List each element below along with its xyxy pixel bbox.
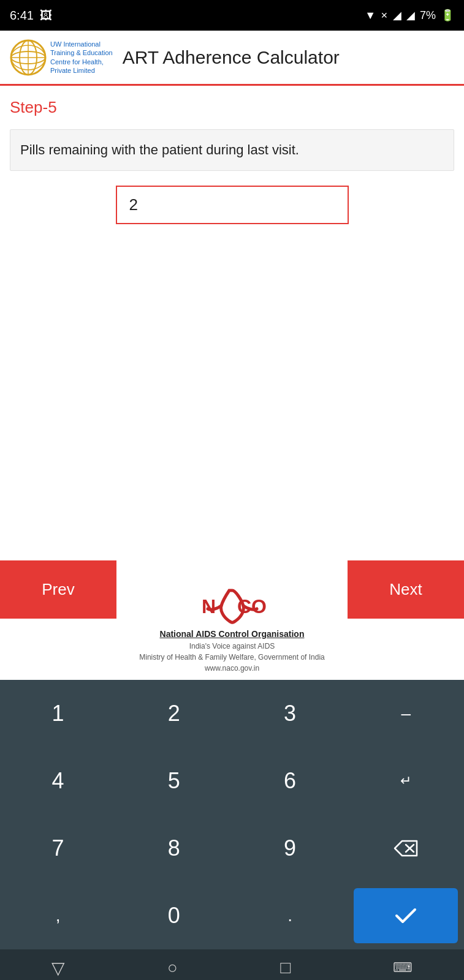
naco-section: N CO National AIDS Control Organisation … — [0, 575, 464, 686]
key-8[interactable]: 8 — [122, 821, 226, 876]
key-backspace[interactable] — [354, 821, 458, 876]
key-1[interactable]: 1 — [6, 686, 110, 741]
input-container — [10, 186, 454, 224]
wifi-icon: ▼ — [365, 9, 376, 22]
app-title: ART Adherence Calculator — [123, 47, 340, 68]
battery-text: 7% — [420, 9, 436, 22]
back-nav-icon[interactable]: ▽ — [51, 958, 65, 978]
logo-wrapper: UW International Training & Education Ce… — [10, 39, 113, 76]
key-enter[interactable]: ↵ — [354, 753, 458, 809]
key-7[interactable]: 7 — [6, 821, 110, 876]
key-2[interactable]: 2 — [122, 686, 226, 741]
key-5[interactable]: 5 — [122, 753, 226, 809]
key-3[interactable]: 3 — [238, 686, 342, 741]
key-0[interactable]: 0 — [122, 888, 226, 943]
key-4[interactable]: 4 — [6, 753, 110, 809]
status-bar: 6:41 🖼 ▼ ✕ ◢ ◢ 7% 🔋 — [0, 0, 464, 31]
key-period[interactable]: . — [238, 888, 342, 943]
key-comma[interactable]: , — [6, 888, 110, 943]
question-box: Pills remaining with the patient during … — [10, 129, 454, 171]
naco-ribbon-icon: N CO — [196, 587, 269, 624]
pills-input[interactable] — [116, 186, 349, 224]
keyboard-row-2: 4 5 6 ↵ — [0, 747, 464, 815]
logo-text: UW International Training & Education Ce… — [50, 40, 113, 75]
svg-text:N: N — [202, 595, 216, 617]
signal3-icon: ◢ — [406, 9, 415, 22]
battery-icon: 🔋 — [441, 9, 454, 22]
logo-globe-icon — [10, 39, 47, 76]
key-minus[interactable]: – — [354, 686, 458, 741]
status-bar-left: 6:41 🖼 — [10, 9, 52, 23]
naco-logo: N CO National AIDS Control Organisation … — [139, 587, 325, 674]
naco-text-block: National AIDS Control Organisation India… — [139, 628, 325, 674]
recents-nav-icon[interactable]: □ — [280, 958, 291, 978]
key-6[interactable]: 6 — [238, 753, 342, 809]
keyboard-row-1: 1 2 3 – — [0, 680, 464, 747]
signal-icon: ✕ — [381, 10, 388, 20]
keyboard-row-3: 7 8 9 — [0, 815, 464, 882]
signal2-icon: ◢ — [393, 9, 401, 22]
home-nav-icon[interactable]: ○ — [167, 958, 178, 978]
image-icon: 🖼 — [40, 9, 52, 23]
svg-text:CO: CO — [237, 595, 267, 617]
nav-bar: ▽ ○ □ ⌨ — [0, 949, 464, 980]
main-content: Step-5 Pills remaining with the patient … — [0, 86, 464, 255]
keyboard: 1 2 3 – 4 5 6 ↵ 7 8 9 , — [0, 680, 464, 980]
keyboard-nav-icon[interactable]: ⌨ — [393, 960, 413, 976]
key-checkmark[interactable] — [354, 888, 458, 943]
step-label: Step-5 — [10, 98, 454, 117]
keyboard-row-4: , 0 . — [0, 882, 464, 949]
status-bar-right: ▼ ✕ ◢ ◢ 7% 🔋 — [365, 9, 454, 22]
key-9[interactable]: 9 — [238, 821, 342, 876]
status-time: 6:41 — [10, 9, 34, 23]
app-bar: UW International Training & Education Ce… — [0, 31, 464, 86]
